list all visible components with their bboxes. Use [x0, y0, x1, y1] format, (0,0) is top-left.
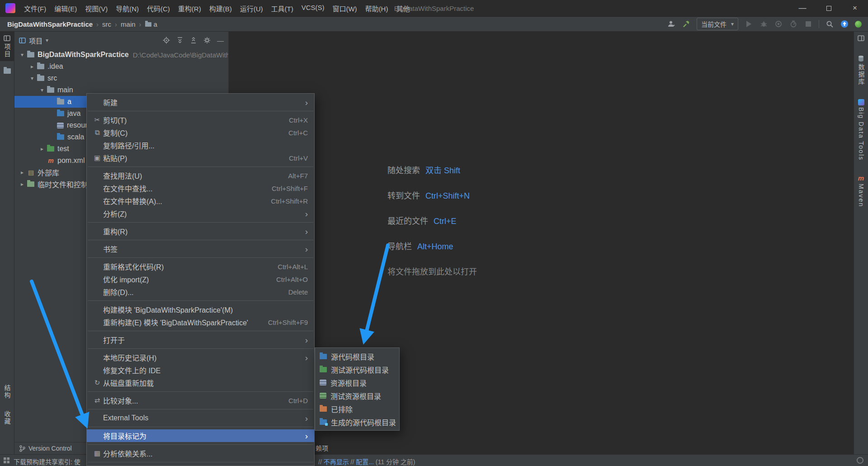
folder-icon: [27, 52, 34, 57]
menu-item-analyze[interactable]: 分析(Z)›: [87, 207, 314, 220]
menu-tools[interactable]: 工具(T): [267, 1, 297, 15]
menu-file[interactable]: 文件(F): [20, 1, 50, 15]
menu-item-optimize-imports[interactable]: 优化 import(Z)Ctrl+Alt+O: [87, 273, 314, 285]
tree-label: main: [57, 86, 73, 94]
update-project-icon[interactable]: [840, 19, 849, 29]
project-panel-title[interactable]: 项目: [29, 36, 42, 45]
menu-item-local-history[interactable]: 本地历史记录(H)›: [87, 351, 314, 364]
menu-code[interactable]: 代码(C): [143, 1, 174, 15]
minimize-button[interactable]: —: [789, 0, 816, 16]
indexing-status-text[interactable]: 下载预构建共享索引: 使: [14, 457, 80, 466]
breadcrumb-main[interactable]: main: [121, 20, 136, 28]
chevron-down-icon[interactable]: ▾: [27, 75, 37, 81]
menu-item-cut[interactable]: ✂剪切(T)Ctrl+X: [87, 114, 314, 126]
build-hammer-icon[interactable]: [682, 19, 691, 29]
menu-item-open-in[interactable]: 打开于›: [87, 333, 314, 346]
tool-window-favorites-tab[interactable]: 收藏: [3, 411, 12, 425]
run-configuration-selector[interactable]: 当前文件 ▾: [697, 18, 738, 30]
submenu-item-excluded[interactable]: 已排除: [315, 402, 399, 415]
breadcrumb-separator: ›: [115, 20, 117, 28]
submenu-item-test-resources-root[interactable]: 测试资源根目录: [315, 389, 399, 402]
menu-item-find-usages[interactable]: 查找用法(U)Alt+F7: [87, 169, 314, 182]
run-configuration-label: 当前文件: [701, 19, 726, 29]
tree-item-src[interactable]: ▾ src: [14, 72, 228, 84]
configure-link[interactable]: 配置...: [356, 458, 374, 466]
chevron-down-icon[interactable]: ▾: [37, 87, 47, 93]
menu-item-new[interactable]: 新建›: [87, 96, 314, 109]
dont-show-again-link[interactable]: 不再显示: [324, 458, 349, 466]
hint-goto-file: 转到文件Ctrl+Shift+N: [387, 189, 477, 201]
menu-item-reformat-code[interactable]: 重新格式化代码(R)Ctrl+Alt+L: [87, 260, 314, 273]
tree-item-project-root[interactable]: ▾ BigDataWithSparkPractice D:\Code\JavaC…: [14, 49, 228, 61]
tree-item-idea[interactable]: ▸ .idea: [14, 61, 228, 72]
collapse-all-icon[interactable]: [190, 37, 197, 44]
empty-editor-hints: 随处搜索双击 Shift 转到文件Ctrl+Shift+N 最近的文件Ctrl+…: [387, 164, 477, 290]
coverage-button[interactable]: [774, 19, 783, 29]
tool-window-notifications[interactable]: [854, 32, 868, 45]
resources-root-icon: [57, 123, 64, 128]
hide-panel-icon[interactable]: —: [217, 37, 224, 44]
code-with-me-icon[interactable]: [855, 21, 862, 28]
stop-button[interactable]: [804, 19, 813, 29]
menu-item-bookmarks[interactable]: 书签›: [87, 243, 314, 255]
menu-refactor[interactable]: 重构(R): [174, 1, 205, 15]
menu-item-repair-ide[interactable]: 修复文件上的 IDE: [87, 364, 314, 376]
menu-window[interactable]: 窗口(W): [328, 1, 361, 15]
hint-recent-files: 最近的文件Ctrl+E: [387, 214, 477, 226]
profiler-button[interactable]: [789, 19, 798, 29]
menu-item-copy[interactable]: ⧉复制(C)Ctrl+C: [87, 126, 314, 139]
menu-run[interactable]: 运行(U): [236, 1, 267, 15]
menu-view[interactable]: 视图(V): [81, 1, 112, 15]
project-path: D:\Code\JavaCode\BigDataWithSparkPractic…: [133, 51, 228, 59]
locate-file-icon[interactable]: [163, 37, 170, 44]
menu-help[interactable]: 帮助(H): [361, 1, 392, 15]
user-account-icon[interactable]: [667, 19, 676, 29]
chevron-right-icon[interactable]: ▸: [17, 181, 27, 187]
menu-item-analyze-dependencies[interactable]: ▦分析依赖关系...: [87, 447, 314, 460]
breadcrumb-src[interactable]: src: [102, 20, 111, 28]
bookmarks-folder-icon[interactable]: [4, 68, 11, 74]
submenu-item-sources-root[interactable]: 源代码根目录: [315, 350, 399, 363]
submenu-item-generated-sources-root[interactable]: 生成的源代码根目录: [315, 415, 399, 428]
menu-item-compare-with[interactable]: ⇄比较对象...Ctrl+D: [87, 394, 314, 407]
close-button[interactable]: ×: [842, 0, 868, 16]
submenu-item-resources-root[interactable]: 资源根目录: [315, 376, 399, 389]
left-strip-bottom: 结构 收藏: [0, 385, 14, 454]
menu-navigate[interactable]: 导航(N): [112, 1, 143, 15]
menu-build[interactable]: 构建(B): [205, 1, 236, 15]
chevron-down-icon[interactable]: ▾: [17, 52, 27, 58]
event-log-icon[interactable]: [857, 457, 863, 464]
chevron-right-icon[interactable]: ▸: [27, 63, 37, 70]
chevron-right-icon[interactable]: ▸: [37, 146, 47, 152]
breadcrumb-project[interactable]: BigDataWithSparkPractice: [7, 20, 93, 28]
tool-windows-toggle-icon[interactable]: [3, 457, 10, 464]
menu-item-refactor[interactable]: 重构(R)›: [87, 225, 314, 238]
menu-item-build-module[interactable]: 构建模块 'BigDataWithSparkPractice'(M): [87, 303, 314, 316]
menu-item-paste[interactable]: ▣粘贴(P)Ctrl+V: [87, 152, 314, 164]
submenu-item-test-sources-root[interactable]: 测试源代码根目录: [315, 363, 399, 376]
tool-window-maven-tab[interactable]: m Maven: [854, 171, 868, 210]
menu-edit[interactable]: 编辑(E): [50, 1, 81, 15]
menu-item-find-in-files[interactable]: 在文件中查找...Ctrl+Shift+F: [87, 182, 314, 195]
search-everywhere-icon[interactable]: [825, 19, 834, 29]
settings-gear-icon[interactable]: [203, 37, 211, 44]
tool-window-project-tab[interactable]: 项目: [0, 32, 14, 61]
run-button[interactable]: [744, 19, 753, 29]
maximize-button[interactable]: [816, 0, 842, 16]
menu-item-copy-path[interactable]: 复制路径/引用...: [87, 139, 314, 152]
tool-window-structure-tab[interactable]: 结构: [3, 385, 12, 399]
menu-item-replace-in-files[interactable]: 在文件中替换(A)...Ctrl+Shift+R: [87, 195, 314, 207]
menu-item-rebuild-module[interactable]: 重新构建(E) 模块 'BigDataWithSparkPractice'Ctr…: [87, 316, 314, 328]
tool-window-database-tab[interactable]: 数据库: [854, 52, 868, 89]
expand-all-icon[interactable]: [176, 37, 184, 44]
menu-item-reload-from-disk[interactable]: ↻从磁盘重新加载: [87, 376, 314, 389]
debug-button[interactable]: [759, 19, 768, 29]
menu-vcs[interactable]: VCS(S): [297, 1, 329, 15]
menu-item-external-tools[interactable]: External Tools›: [87, 412, 314, 424]
menu-item-mark-directory-as[interactable]: 将目录标记为›: [87, 429, 314, 442]
tool-window-big-data-tools-tab[interactable]: Big Data Tools: [854, 96, 868, 164]
notification-fragment: 赖项: [316, 443, 328, 452]
chevron-right-icon[interactable]: ▸: [17, 169, 27, 176]
breadcrumb-a[interactable]: a: [154, 20, 157, 28]
menu-item-delete[interactable]: 删除(D)...Delete: [87, 285, 314, 298]
